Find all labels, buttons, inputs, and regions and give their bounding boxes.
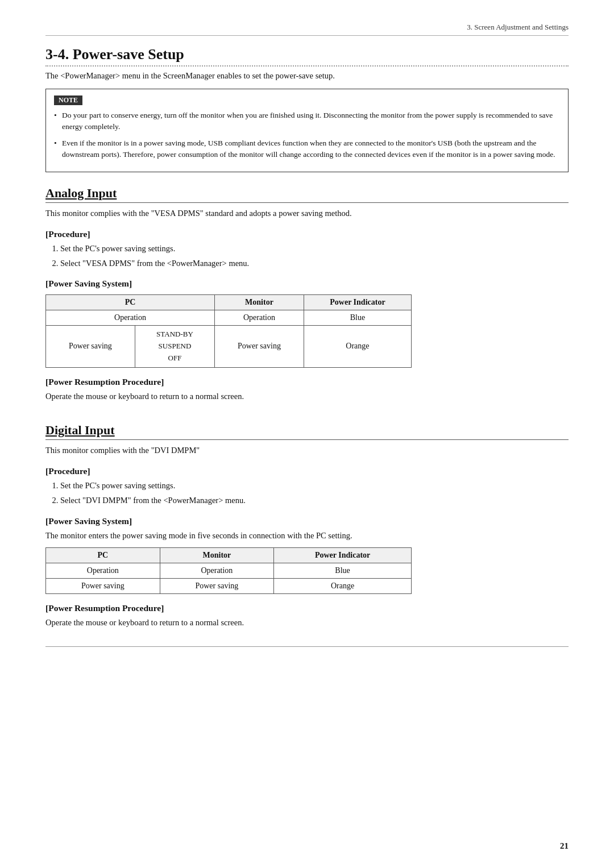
analog-pc-label: Power saving [46, 326, 135, 367]
analog-step-1: Set the PC's power saving settings. [60, 243, 569, 255]
digital-pc-powersaving: Power saving [46, 579, 160, 594]
analog-pc-operation: Operation [46, 310, 215, 326]
analog-indicator-blue: Blue [304, 310, 411, 326]
analog-power-table: PC Monitor Power Indicator Operation Ope… [45, 294, 412, 367]
analog-indicator-orange: Orange [304, 326, 411, 367]
analog-procedure-heading: [Procedure] [45, 229, 569, 239]
digital-monitor-powersaving: Power saving [160, 579, 274, 594]
digital-indicator-orange: Orange [274, 579, 412, 594]
bottom-rule [45, 646, 569, 647]
analog-row-powersaving: Power saving STAND-BYSUSPENDOFF Power sa… [46, 326, 412, 367]
analog-th-pc: PC [46, 295, 215, 310]
analog-th-indicator: Power Indicator [304, 295, 411, 310]
analog-row-operation: Operation Operation Blue [46, 310, 412, 326]
digital-row-operation: Operation Operation Blue [46, 563, 412, 579]
digital-intro: This monitor complies with the "DVI DMPM… [45, 445, 569, 457]
digital-pc-operation: Operation [46, 563, 160, 579]
section-title: 3-4. Power-save Setup [45, 46, 569, 67]
note-box: NOTE Do your part to conserve energy, tu… [45, 89, 569, 172]
page-number: 21 [560, 841, 569, 850]
analog-title: Analog Input [45, 186, 569, 203]
analog-th-monitor: Monitor [215, 295, 304, 310]
digital-procedure-heading: [Procedure] [45, 466, 569, 476]
digital-prp-text: Operate the mouse or keyboard to return … [45, 617, 569, 629]
digital-power-table: PC Monitor Power Indicator Operation Ope… [45, 547, 412, 594]
analog-procedure-list: Set the PC's power saving settings. Sele… [60, 243, 569, 270]
page-header: 3. Screen Adjustment and Settings [45, 23, 569, 36]
digital-pss-text: The monitor enters the power saving mode… [45, 530, 569, 542]
note-item-1: Do your part to conserve energy, turn of… [54, 110, 560, 133]
digital-row-powersaving: Power saving Power saving Orange [46, 579, 412, 594]
analog-step-2: Select "VESA DPMS" from the <PowerManage… [60, 258, 569, 270]
section-intro: The <PowerManager> menu in the ScreenMan… [45, 71, 569, 81]
digital-step-2: Select "DVI DMPM" from the <PowerManager… [60, 495, 569, 507]
digital-title: Digital Input [45, 423, 569, 440]
analog-monitor-powersaving: Power saving [215, 326, 304, 367]
analog-pc-sub: STAND-BYSUSPENDOFF [135, 326, 214, 367]
note-list: Do your part to conserve energy, turn of… [54, 110, 560, 160]
digital-monitor-operation: Operation [160, 563, 274, 579]
page-footer: 21 [560, 841, 569, 851]
digital-pss-heading: [Power Saving System] [45, 516, 569, 526]
note-item-2: Even if the monitor is in a power saving… [54, 138, 560, 161]
page-container: 3. Screen Adjustment and Settings 3-4. P… [0, 0, 614, 868]
digital-indicator-blue: Blue [274, 563, 412, 579]
digital-step-1: Set the PC's power saving settings. [60, 480, 569, 492]
analog-prp-text: Operate the mouse or keyboard to return … [45, 391, 569, 403]
digital-procedure-list: Set the PC's power saving settings. Sele… [60, 480, 569, 507]
note-label: NOTE [54, 95, 82, 105]
digital-th-monitor: Monitor [160, 548, 274, 563]
analog-monitor-operation: Operation [215, 310, 304, 326]
analog-prp-heading: [Power Resumption Procedure] [45, 377, 569, 387]
digital-prp-heading: [Power Resumption Procedure] [45, 603, 569, 613]
digital-th-pc: PC [46, 548, 160, 563]
analog-pss-heading: [Power Saving System] [45, 279, 569, 289]
digital-th-indicator: Power Indicator [274, 548, 412, 563]
analog-intro: This monitor complies with the "VESA DPM… [45, 207, 569, 220]
header-text: 3. Screen Adjustment and Settings [467, 23, 569, 31]
